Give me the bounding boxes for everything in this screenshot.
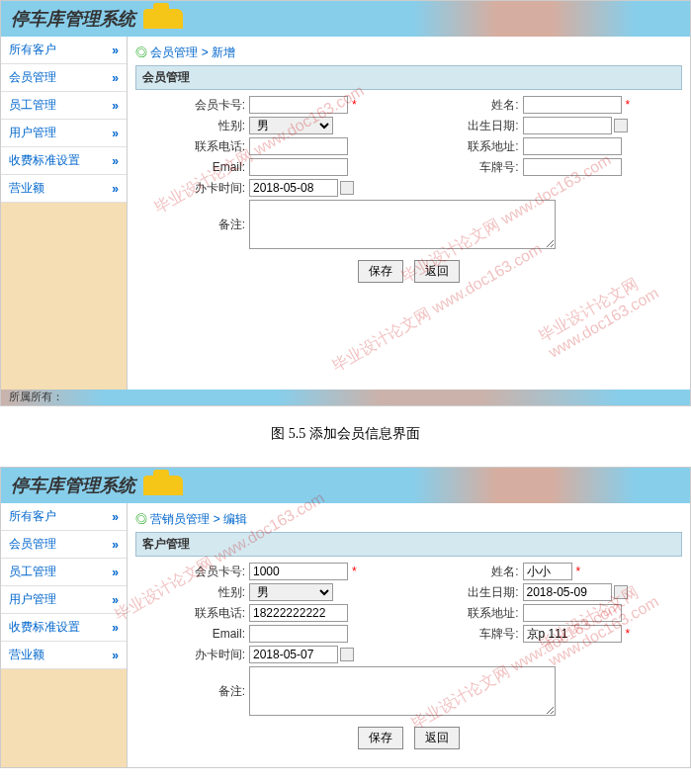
breadcrumb-part2: 新增 [212,45,235,59]
gender-label: 性别: [135,584,249,601]
remark-label: 备注: [135,683,249,700]
addr-input[interactable] [523,137,622,155]
birth-label: 出生日期: [409,118,523,134]
calendar-icon[interactable] [614,585,628,599]
sidebar-item-label: 用户管理 [9,591,56,608]
sidebar-item-member-mgmt[interactable]: 会员管理» [1,64,127,92]
calendar-icon[interactable] [340,181,354,195]
screenshot-add-member: 毕业设计论文网 www.doc163.com 毕业设计论文网 www.doc16… [0,0,691,406]
breadcrumb: ◎ 营销员管理 > 编辑 [135,507,682,532]
chevron-right-icon: » [112,649,119,662]
email-input[interactable] [249,158,348,176]
back-button[interactable]: 返回 [414,727,460,749]
sidebar-item-all-customers[interactable]: 所有客户» [1,37,127,64]
form-area: 会员卡号:* 姓名:* 性别:男 出生日期: 联系电话: 联系地址: Email… [135,557,682,763]
sidebar-item-label: 会员管理 [9,536,56,553]
sidebar-item-label: 用户管理 [9,125,56,141]
back-button[interactable]: 返回 [414,260,460,283]
sidebar-item-staff-mgmt[interactable]: 员工管理» [1,559,127,586]
breadcrumb-part1[interactable]: 营销员管理 [150,512,210,526]
addr-label: 联系地址: [409,605,523,622]
chevron-right-icon: » [112,71,119,85]
sidebar-item-label: 所有客户 [9,508,56,525]
chevron-right-icon: » [112,44,119,57]
handle-date-input[interactable] [249,646,338,663]
name-label: 姓名: [409,564,523,580]
card-no-input[interactable] [249,96,348,114]
chevron-right-icon: » [112,538,119,552]
sidebar-item-member-mgmt[interactable]: 会员管理» [1,531,127,559]
sidebar-item-user-mgmt[interactable]: 用户管理» [1,586,127,614]
breadcrumb-part2: 编辑 [223,512,247,526]
breadcrumb: ◎ 会员管理 > 新增 [135,41,682,65]
phone-input[interactable] [249,137,348,155]
sidebar-item-label: 会员管理 [9,69,56,86]
email-label: Email: [135,160,249,174]
card-no-input[interactable] [249,563,348,580]
sidebar-item-all-customers[interactable]: 所有客户» [1,503,127,531]
taxi-icon [143,476,183,495]
phone-input[interactable] [249,604,348,622]
footer-decoration [1,390,690,405]
sidebar-item-user-mgmt[interactable]: 用户管理» [1,120,127,147]
chevron-right-icon: » [112,154,119,168]
sidebar-item-staff-mgmt[interactable]: 员工管理» [1,92,127,120]
save-button[interactable]: 保存 [358,260,403,283]
save-button[interactable]: 保存 [358,727,403,749]
sidebar-item-fee-settings[interactable]: 收费标准设置» [1,614,127,642]
plate-label: 车牌号: [409,626,523,643]
sidebar-item-label: 营业额 [9,647,44,663]
remark-label: 备注: [135,217,249,233]
breadcrumb-part1[interactable]: 会员管理 [150,45,198,59]
chevron-right-icon: » [112,621,119,635]
chevron-right-icon: » [112,127,119,140]
sidebar-item-label: 营业额 [9,180,44,197]
chevron-right-icon: » [112,593,119,607]
handle-date-label: 办卡时间: [135,180,249,197]
handle-date-input[interactable] [249,179,338,197]
plate-label: 车牌号: [409,159,523,176]
plate-input[interactable] [523,158,622,176]
required-star: * [626,98,631,112]
addr-input[interactable] [523,604,622,622]
panel-title: 会员管理 [135,65,682,90]
remark-textarea[interactable] [249,200,556,249]
app-header: 停车库管理系统 [1,468,690,503]
email-label: Email: [135,627,249,641]
required-star: * [352,98,357,112]
calendar-icon[interactable] [340,648,354,661]
sidebar-item-revenue[interactable]: 营业额» [1,642,127,669]
main-content: ◎ 会员管理 > 新增 会员管理 会员卡号:* 姓名:* 性别:男 出生日期: … [128,37,690,390]
header-decoration [413,1,690,37]
gender-select[interactable]: 男 [249,583,333,601]
form-area: 会员卡号:* 姓名:* 性别:男 出生日期: 联系电话: 联系地址: Email… [135,90,682,386]
bullet-icon: ◎ [135,512,147,526]
gender-label: 性别: [135,118,249,134]
chevron-right-icon: » [112,510,119,524]
name-input[interactable] [523,96,622,114]
name-input[interactable] [523,563,572,580]
bullet-icon: ◎ [135,45,147,59]
breadcrumb-sep: > [210,512,223,526]
chevron-right-icon: » [112,566,119,579]
app-header: 停车库管理系统 [1,1,690,37]
taxi-icon [143,9,183,29]
sidebar-item-label: 员工管理 [9,564,56,580]
plate-input[interactable] [523,625,622,643]
remark-textarea[interactable] [249,666,556,716]
chevron-right-icon: » [112,182,119,196]
email-input[interactable] [249,625,348,643]
calendar-icon[interactable] [614,119,628,132]
sidebar-item-fee-settings[interactable]: 收费标准设置» [1,147,127,175]
required-star: * [352,565,357,578]
gender-select[interactable]: 男 [249,117,333,134]
breadcrumb-sep: > [198,45,212,59]
sidebar-item-revenue[interactable]: 营业额» [1,175,127,203]
sidebar: 所有客户» 会员管理» 员工管理» 用户管理» 收费标准设置» 营业额» [1,503,128,767]
sidebar-item-label: 所有客户 [9,42,56,58]
header-decoration [413,468,690,503]
main-content: ◎ 营销员管理 > 编辑 客户管理 会员卡号:* 姓名:* 性别:男 出生日期:… [128,503,690,767]
handle-date-label: 办卡时间: [135,647,249,663]
birth-input[interactable] [523,117,612,134]
birth-input[interactable] [523,583,612,601]
